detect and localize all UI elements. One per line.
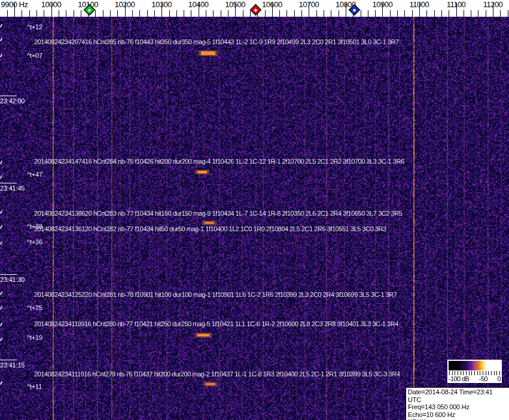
ruler-tick <box>110 10 111 17</box>
db-tick <box>474 371 475 375</box>
db-tick <box>499 371 500 375</box>
marker-blue-center <box>353 8 356 12</box>
db-tick <box>471 371 472 375</box>
db-tick <box>463 371 464 375</box>
ruler-tick <box>397 10 398 17</box>
db-tick <box>469 371 470 375</box>
marker-red-center <box>254 8 258 12</box>
ruler-tick <box>316 10 317 17</box>
ruler-tick <box>464 10 464 17</box>
ruler-tick <box>103 10 103 17</box>
freq-label: 10600 <box>262 0 282 9</box>
color-gradient-bar <box>449 361 501 370</box>
db-tick <box>466 371 467 375</box>
db-color-scale: -100 dB -50 0 <box>447 360 502 383</box>
ruler-tick <box>81 10 81 17</box>
ruler-tick <box>36 10 37 17</box>
spectrum-lab-window: 9900 Hz100001010010200103001040010500106… <box>0 0 509 420</box>
freq-label: 11100 <box>447 0 466 9</box>
db-tick <box>480 371 480 375</box>
ruler-tick <box>169 10 170 17</box>
ruler-tick <box>294 10 295 17</box>
db-tick <box>449 371 450 375</box>
db-tick <box>488 371 489 375</box>
db-tick <box>477 371 478 375</box>
freq-label: 10700 <box>298 0 319 9</box>
db-tick <box>458 371 458 375</box>
ruler-tick <box>426 10 427 17</box>
ruler-tick <box>324 10 324 17</box>
ruler-tick <box>412 10 413 17</box>
ruler-tick <box>279 10 280 17</box>
ruler-tick <box>228 10 228 17</box>
frequency-ruler: 9900 Hz100001010010200103001040010500106… <box>0 0 509 17</box>
db-tick <box>461 371 461 375</box>
ruler-tick <box>191 10 191 17</box>
ruler-tick <box>95 10 96 17</box>
freq-label: 10500 <box>225 0 245 9</box>
info-date-time: Date=2014-08-24 Time=23:41 UTC <box>408 388 507 403</box>
db-label-max: 0 <box>497 375 501 382</box>
freq-label: 10900 <box>373 0 393 9</box>
ruler-tick <box>449 10 449 17</box>
ruler-tick <box>486 10 486 17</box>
db-scale-labels: -100 dB -50 0 <box>449 375 501 382</box>
ruler-tick <box>434 10 435 17</box>
db-tick <box>452 371 453 375</box>
ruler-tick <box>250 10 251 17</box>
ruler-tick <box>368 10 368 17</box>
ruler-tick <box>44 10 44 17</box>
info-frequency: Freq=143 050 000 Hz <box>408 403 507 411</box>
ruler-tick <box>508 10 508 17</box>
spectrogram-waterfall <box>0 17 509 420</box>
ruler-tick <box>66 10 66 17</box>
db-tick <box>494 371 495 375</box>
marker-red-diamond-icon[interactable] <box>251 5 261 15</box>
ruler-tick <box>286 10 287 17</box>
db-scale-ticks <box>449 371 500 375</box>
ruler-tick <box>184 10 184 17</box>
ruler-tick <box>265 10 266 17</box>
freq-label: 10000 <box>41 0 62 9</box>
db-label-min: -100 dB <box>449 375 469 382</box>
marker-green-center <box>88 8 92 12</box>
db-tick <box>486 371 486 375</box>
ruler-tick <box>29 10 30 17</box>
db-tick <box>455 371 455 375</box>
ruler-tick <box>74 10 74 17</box>
ruler-tick <box>390 10 391 17</box>
db-tick <box>483 371 483 375</box>
ruler-tick <box>301 10 302 17</box>
ruler-tick <box>471 10 471 17</box>
ruler-tick <box>500 10 501 17</box>
ruler-tick <box>441 10 442 17</box>
db-tick <box>491 371 492 375</box>
ruler-tick <box>139 10 140 17</box>
freq-label: 10200 <box>115 0 135 9</box>
ruler-tick <box>339 10 339 17</box>
ruler-tick <box>221 10 221 17</box>
ruler-tick <box>154 10 155 17</box>
freq-label: 10400 <box>188 0 209 9</box>
ruler-tick <box>22 10 22 17</box>
ruler-tick <box>117 10 118 17</box>
station-info-box: Date=2014-08-24 Time=23:41 UTC Freq=143 … <box>406 387 509 420</box>
db-label-mid: -50 <box>479 375 487 382</box>
info-echo-freq: Echo=10 600 Hz <box>408 411 507 419</box>
freq-label: 10300 <box>151 0 172 9</box>
ruler-tick <box>132 10 133 17</box>
ruler-tick <box>375 10 376 17</box>
freq-label: 11000 <box>410 0 429 9</box>
freq-label: 11200 <box>483 0 503 9</box>
ruler-tick <box>404 10 405 17</box>
ruler-tick <box>361 10 361 17</box>
freq-label: 9900 Hz <box>1 0 28 9</box>
db-tick <box>496 371 497 375</box>
ruler-tick <box>206 10 206 17</box>
ruler-tick <box>147 10 148 17</box>
ruler-tick <box>176 10 177 17</box>
ruler-tick <box>7 10 8 17</box>
ruler-tick <box>243 10 243 17</box>
ruler-tick <box>213 10 214 17</box>
ruler-tick <box>478 10 478 17</box>
